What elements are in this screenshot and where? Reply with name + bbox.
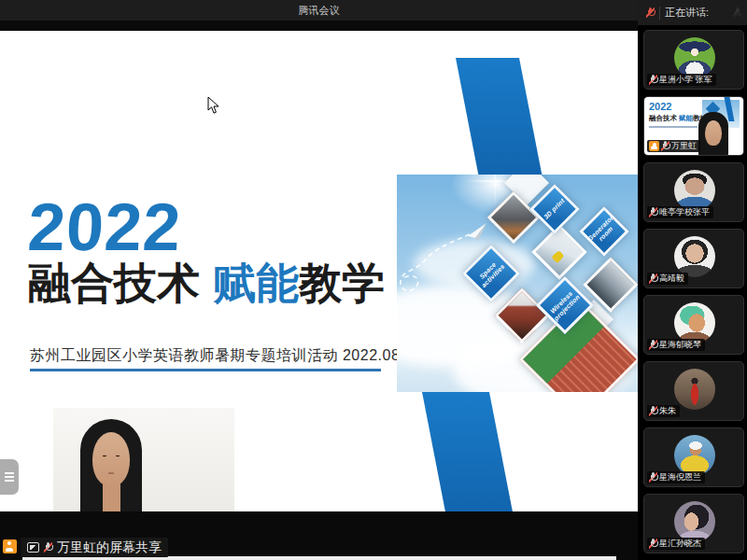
- participant-avatar: [674, 37, 715, 78]
- webcam-person-face: [92, 432, 130, 486]
- mouse-cursor-icon: [207, 96, 220, 115]
- participant-tile-7[interactable]: 星海倪恩兰: [643, 427, 744, 487]
- participant-tile-2[interactable]: 2022 融合技术赋能教学 万里虹: [643, 96, 744, 156]
- share-status-text: 万里虹的屏幕共享: [57, 539, 162, 556]
- cube-label-text: Space activities: [473, 256, 510, 292]
- presenter-webcam: [53, 408, 234, 511]
- participant-name-label: 星海郁晓琴: [647, 339, 705, 351]
- cube-label-text: Generator room: [587, 215, 622, 249]
- list-icon: [5, 472, 14, 474]
- panel-toggle-button[interactable]: [0, 459, 19, 495]
- muted-mic-icon: [649, 472, 657, 483]
- cube-label-generator-room: Generator room: [579, 206, 629, 257]
- shared-slide: 2022 融合技术赋能教学 苏州工业园区小学英语教师暑期专题培训活动 2022.…: [0, 31, 638, 511]
- muted-mic-icon: [649, 340, 657, 350]
- participant-name: 星海倪恩兰: [659, 472, 701, 483]
- participant-name: 星汇孙晓杰: [659, 539, 701, 549]
- sidebar-logo-icon: [732, 7, 743, 19]
- muted-mic-icon: [649, 207, 657, 217]
- slide-title-part2: 赋能: [213, 259, 299, 307]
- screen-share-view: 2022 融合技术赋能教学 苏州工业园区小学英语教师暑期专题培训活动 2022.…: [0, 21, 638, 560]
- participant-tile-5[interactable]: 星海郁晓琴: [643, 295, 744, 355]
- muted-mic-icon: [649, 75, 657, 85]
- sidebar-header: 正在讲话:: [638, 0, 747, 25]
- slide-blue-band-bottom: [422, 392, 513, 511]
- participant-avatar: [674, 170, 715, 211]
- slide-photo-collage: 3D print Generator room Space activities…: [397, 175, 638, 392]
- mini-title-part1: 融合技术: [649, 114, 677, 122]
- participant-name: 高靖毅: [659, 273, 684, 284]
- participant-name: 朱朱: [659, 406, 676, 416]
- slide-title: 融合技术赋能教学: [28, 259, 385, 307]
- participant-tile-8[interactable]: 星汇孙晓杰: [643, 494, 744, 553]
- sidebar-header-label: 正在讲话:: [665, 6, 709, 20]
- muted-mic-icon: [649, 273, 657, 284]
- participant-avatar: [674, 236, 715, 277]
- cube-label-text: 3D print: [542, 196, 569, 223]
- slide-title-part1: 融合技术: [28, 259, 200, 307]
- slide-year: 2022: [26, 193, 183, 260]
- webcam-person-neck: [103, 483, 120, 511]
- mini-person-face: [705, 120, 722, 146]
- participant-name: 唯亭学校张平: [659, 207, 710, 217]
- cube-label-text: Wireless projection: [547, 287, 584, 324]
- participant-tile-6[interactable]: 朱朱: [643, 361, 744, 421]
- host-badge-icon: [649, 141, 659, 151]
- participant-name-label: 星汇孙晓杰: [647, 538, 705, 550]
- slide-subtitle: 苏州工业园区小学英语教师暑期专题培训活动 2022.08: [30, 346, 400, 366]
- paper-plane-icon: [468, 223, 486, 241]
- muted-mic-icon: [649, 539, 657, 549]
- window-titlebar: 腾讯会议: [0, 0, 638, 21]
- muted-mic-icon: [661, 141, 669, 151]
- divider: [659, 7, 660, 20]
- participant-name-label: 星海倪恩兰: [647, 471, 705, 483]
- participant-avatar: [674, 501, 715, 542]
- participant-tile-3[interactable]: 唯亭学校张平: [643, 162, 744, 222]
- cube-photo-robot-room: [531, 224, 586, 279]
- share-status-bar: 万里虹的屏幕共享: [21, 538, 168, 557]
- participant-name-label: 星洲小学 张军: [647, 74, 716, 86]
- participant-avatar: [674, 369, 715, 410]
- participant-tile-1[interactable]: 星洲小学 张军: [643, 30, 744, 90]
- participant-name: 星洲小学 张军: [659, 75, 712, 85]
- speaking-mic-icon: [646, 7, 655, 18]
- participant-list: 星洲小学 张军 2022 融合技术赋能教学 万里虹: [643, 30, 744, 560]
- host-badge-icon: [3, 539, 17, 553]
- slide-title-part3: 教学: [299, 259, 385, 307]
- mini-slide-subtitle-bar: [649, 126, 698, 128]
- window-title: 腾讯会议: [0, 0, 638, 21]
- mini-title-part2: 赋能: [679, 114, 693, 122]
- muted-mic-icon: [44, 542, 52, 553]
- participant-name: 星海郁晓琴: [659, 340, 701, 350]
- slide-blue-band-top: [456, 58, 542, 175]
- participant-avatar: [674, 302, 715, 343]
- participant-tile-4[interactable]: 高靖毅: [643, 229, 744, 288]
- participants-sidebar: 正在讲话: 星洲小学 张军 2022 融合技术赋能教学: [638, 0, 747, 560]
- screen-share-icon: [27, 542, 39, 553]
- muted-mic-icon: [649, 406, 657, 416]
- participant-name: 万里虹: [671, 141, 697, 151]
- participant-name-label: 朱朱: [647, 405, 680, 417]
- mini-slide-year: 2022: [649, 101, 671, 112]
- participant-avatar: [674, 435, 715, 476]
- slide-underline: [30, 369, 381, 371]
- participant-name-label: 万里虹: [647, 140, 700, 152]
- participant-name-label: 高靖毅: [647, 273, 688, 285]
- participant-name-label: 唯亭学校张平: [647, 206, 713, 218]
